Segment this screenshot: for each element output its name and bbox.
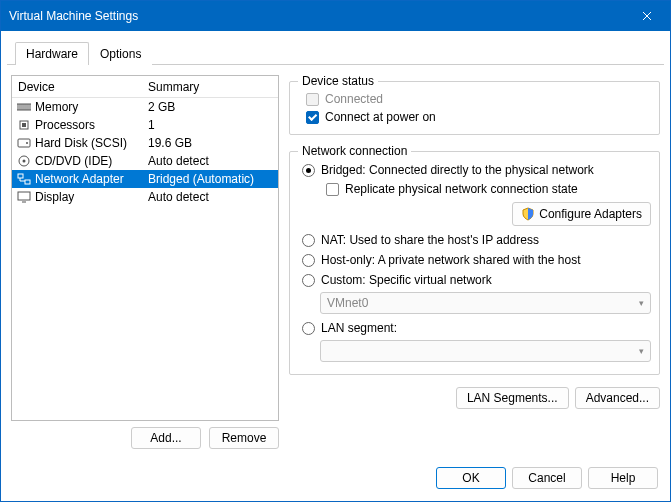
advanced-button[interactable]: Advanced... xyxy=(575,387,660,409)
replicate-checkbox[interactable] xyxy=(326,183,339,196)
connected-checkbox xyxy=(306,93,319,106)
svg-point-12 xyxy=(23,160,26,163)
network-group: Network connection Bridged: Connected di… xyxy=(289,151,660,375)
device-label: Processors xyxy=(35,118,95,132)
configure-row: Configure Adapters xyxy=(298,198,651,230)
device-status-group: Device status Connected Connect at power… xyxy=(289,81,660,135)
nat-row[interactable]: NAT: Used to share the host's IP address xyxy=(298,230,651,250)
svg-rect-8 xyxy=(22,123,26,127)
device-summary: Auto detect xyxy=(144,190,278,204)
bridged-row[interactable]: Bridged: Connected directly to the physi… xyxy=(298,160,651,180)
remove-button[interactable]: Remove xyxy=(209,427,279,449)
vm-settings-dialog: Virtual Machine Settings Hardware Option… xyxy=(0,0,671,502)
connected-row: Connected xyxy=(298,90,651,108)
device-list-header: Device Summary xyxy=(12,76,278,98)
replicate-row[interactable]: Replicate physical network connection st… xyxy=(318,180,651,198)
main-content: Device Summary Memory 2 GB Processors 1 … xyxy=(1,65,670,459)
ok-button[interactable]: OK xyxy=(436,467,506,489)
device-row-network[interactable]: Network Adapter Bridged (Automatic) xyxy=(12,170,278,188)
device-label: Network Adapter xyxy=(35,172,124,186)
titlebar: Virtual Machine Settings xyxy=(1,1,670,31)
chevron-down-icon: ▾ xyxy=(639,346,644,356)
group-legend: Device status xyxy=(298,74,378,88)
cpu-icon xyxy=(16,117,32,133)
device-list[interactable]: Device Summary Memory 2 GB Processors 1 … xyxy=(11,75,279,421)
group-legend: Network connection xyxy=(298,144,411,158)
network-icon xyxy=(16,171,32,187)
device-summary: Auto detect xyxy=(144,154,278,168)
chevron-down-icon: ▾ xyxy=(639,298,644,308)
device-row-display[interactable]: Display Auto detect xyxy=(12,188,278,206)
col-header-summary[interactable]: Summary xyxy=(144,80,278,94)
cd-icon xyxy=(16,153,32,169)
custom-row[interactable]: Custom: Specific virtual network xyxy=(298,270,651,290)
close-icon xyxy=(642,11,652,21)
bridged-radio[interactable] xyxy=(302,164,315,177)
nat-label: NAT: Used to share the host's IP address xyxy=(321,233,539,247)
device-summary: 1 xyxy=(144,118,278,132)
device-label: Hard Disk (SCSI) xyxy=(35,136,127,150)
device-label: Display xyxy=(35,190,74,204)
poweron-row[interactable]: Connect at power on xyxy=(298,108,651,126)
poweron-label: Connect at power on xyxy=(325,110,436,124)
device-summary: 2 GB xyxy=(144,100,278,114)
hostonly-label: Host-only: A private network shared with… xyxy=(321,253,580,267)
memory-icon xyxy=(16,99,32,115)
poweron-checkbox[interactable] xyxy=(306,111,319,124)
disk-icon xyxy=(16,135,32,151)
close-button[interactable] xyxy=(624,1,670,31)
lan-select: ▾ xyxy=(320,340,651,362)
cancel-button[interactable]: Cancel xyxy=(512,467,582,489)
device-row-cddvd[interactable]: CD/DVD (IDE) Auto detect xyxy=(12,152,278,170)
device-summary: 19.6 GB xyxy=(144,136,278,150)
tab-strip: Hardware Options xyxy=(7,37,664,65)
svg-point-10 xyxy=(26,142,28,144)
svg-rect-15 xyxy=(18,192,30,200)
svg-rect-9 xyxy=(18,139,30,147)
add-button[interactable]: Add... xyxy=(131,427,201,449)
device-summary: Bridged (Automatic) xyxy=(144,172,278,186)
svg-rect-14 xyxy=(25,180,30,184)
lan-row[interactable]: LAN segment: xyxy=(298,318,651,338)
custom-radio[interactable] xyxy=(302,274,315,287)
shield-icon xyxy=(521,207,535,221)
custom-label: Custom: Specific virtual network xyxy=(321,273,492,287)
lan-radio[interactable] xyxy=(302,322,315,335)
configure-adapters-button[interactable]: Configure Adapters xyxy=(512,202,651,226)
connected-label: Connected xyxy=(325,92,383,106)
lan-segments-button[interactable]: LAN Segments... xyxy=(456,387,569,409)
device-row-processors[interactable]: Processors 1 xyxy=(12,116,278,134)
custom-select: VMnet0 ▾ xyxy=(320,292,651,314)
help-button[interactable]: Help xyxy=(588,467,658,489)
hostonly-row[interactable]: Host-only: A private network shared with… xyxy=(298,250,651,270)
settings-panel: Device status Connected Connect at power… xyxy=(289,75,660,449)
configure-label: Configure Adapters xyxy=(539,207,642,221)
device-panel: Device Summary Memory 2 GB Processors 1 … xyxy=(11,75,279,449)
device-row-harddisk[interactable]: Hard Disk (SCSI) 19.6 GB xyxy=(12,134,278,152)
device-label: CD/DVD (IDE) xyxy=(35,154,112,168)
replicate-label: Replicate physical network connection st… xyxy=(345,182,578,196)
device-label: Memory xyxy=(35,100,78,114)
lan-label: LAN segment: xyxy=(321,321,397,335)
tab-hardware[interactable]: Hardware xyxy=(15,42,89,65)
svg-rect-13 xyxy=(18,174,23,178)
window-title: Virtual Machine Settings xyxy=(9,9,138,23)
nat-radio[interactable] xyxy=(302,234,315,247)
device-buttons: Add... Remove xyxy=(11,421,279,449)
dialog-footer: OK Cancel Help xyxy=(1,459,670,501)
custom-value: VMnet0 xyxy=(327,296,368,310)
display-icon xyxy=(16,189,32,205)
network-buttons: LAN Segments... Advanced... xyxy=(289,385,660,409)
bridged-label: Bridged: Connected directly to the physi… xyxy=(321,163,594,177)
hostonly-radio[interactable] xyxy=(302,254,315,267)
tab-options[interactable]: Options xyxy=(89,42,152,65)
device-row-memory[interactable]: Memory 2 GB xyxy=(12,98,278,116)
col-header-device[interactable]: Device xyxy=(12,80,144,94)
